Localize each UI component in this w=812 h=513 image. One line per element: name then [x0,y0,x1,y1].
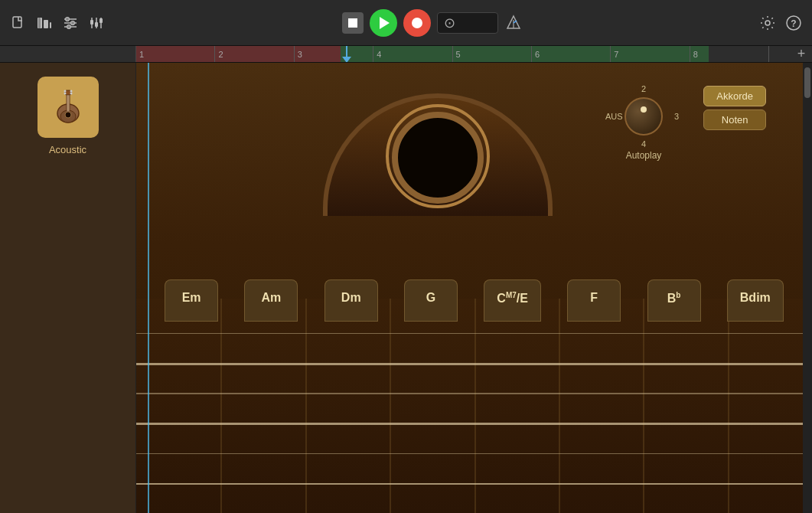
ruler-mark-6: 6 [532,46,611,62]
toolbar-right: ? [758,14,803,32]
svg-point-8 [66,17,70,21]
svg-point-9 [71,21,75,25]
toolbar-center: ⊙ [342,9,523,37]
svg-point-26 [65,112,71,118]
string-5 [136,453,812,455]
settings-icon[interactable] [758,14,777,32]
svg-point-30 [64,93,66,95]
svg-point-29 [64,90,66,93]
fret-line [643,299,644,513]
chord-em[interactable]: Em [165,279,218,322]
autoplay-knob-container: 2 3 4 AUS [613,86,674,147]
autoplay-label: Autoplay [626,150,662,161]
svg-point-32 [70,93,72,95]
svg-rect-16 [99,18,103,23]
main-area: Acoustic [0,63,812,513]
fret-line [305,299,307,513]
record-dot [412,18,422,28]
metronome-icon[interactable] [504,14,523,32]
svg-point-10 [67,25,71,28]
instrument-area: Em Am Dm G CM7/E F Bb Bdim 2 3 4 AUS [136,63,812,513]
fret-line [220,299,222,513]
ruler-mark-8: 8 [690,46,769,62]
svg-rect-0 [13,17,21,28]
svg-text:?: ? [791,18,796,29]
string-4 [136,423,812,425]
guitar-arch [323,93,553,216]
chord-buttons: Em Am Dm G CM7/E F Bb Bdim [136,279,812,322]
svg-point-31 [70,90,72,93]
svg-rect-2 [44,20,48,28]
chord-cm7e[interactable]: CM7/E [484,279,541,322]
transport-display: ⊙ [437,12,498,34]
guitar-icon [48,87,88,127]
chord-bdim[interactable]: Bdim [727,279,784,322]
track-name: Acoustic [49,144,86,155]
fret-line [559,299,560,513]
string-6 [136,483,812,485]
ruler-mark-3: 3 [295,46,373,62]
svg-rect-4 [38,18,41,28]
string-1 [136,333,812,335]
scrollbar-thumb[interactable] [804,67,810,98]
toolbar-left [9,14,106,32]
mixer-icon[interactable] [87,14,106,32]
autoplay-label-3: 3 [674,112,679,121]
smart-controls-icon[interactable] [61,14,80,32]
fretboard [136,299,812,513]
track-panel: Acoustic [0,63,136,513]
loop-browser-icon[interactable] [35,14,54,32]
autoplay-label-4: 4 [641,139,646,149]
autoplay-knob[interactable] [624,97,663,136]
akkorde-button[interactable]: Akkorde [703,86,766,106]
add-track-button[interactable]: + [791,46,812,62]
mode-buttons: Akkorde Noten [703,86,766,130]
chord-dm[interactable]: Dm [324,279,378,322]
help-icon[interactable]: ? [784,14,803,32]
noten-button[interactable]: Noten [703,109,766,130]
svg-point-21 [765,21,770,25]
ruler-mark-2: 2 [215,46,294,62]
record-button[interactable] [403,9,431,37]
ruler-mark-5: 5 [453,46,532,62]
autoplay-label-aus: AUS [605,112,623,121]
svg-rect-17 [348,18,357,28]
play-button[interactable] [370,9,397,37]
svg-rect-15 [95,22,98,27]
ruler-mark-1: 1 [136,46,215,62]
selection-border [148,63,149,513]
toolbar: ⊙ ? [0,0,812,46]
stop-button[interactable] [342,12,364,34]
autoplay-label-2: 2 [641,84,646,93]
cycle-icon[interactable]: ⊙ [444,15,455,31]
new-project-icon[interactable] [9,14,28,32]
chord-g[interactable]: G [404,279,458,322]
ruler[interactable]: 1 2 3 4 5 6 7 8 + [0,46,812,63]
ruler-mark-7: 7 [611,46,690,62]
autoplay-panel: 2 3 4 AUS Autoplay [613,86,674,161]
guitar-soundhole [392,112,484,204]
guitar-body-decoration [315,70,560,216]
track-thumbnail[interactable] [38,77,99,138]
playhead-triangle [342,57,351,63]
autoplay-knob-dot [641,106,647,113]
chord-f[interactable]: F [567,279,621,322]
fret-line [474,299,476,513]
chord-bb[interactable]: Bb [647,279,701,322]
svg-rect-14 [90,20,93,25]
svg-rect-27 [67,93,70,112]
string-2 [136,363,812,365]
fret-line [390,299,391,513]
string-3 [136,393,812,394]
svg-rect-3 [50,22,51,28]
ruler-mark-4: 4 [373,46,452,62]
fret-line [728,299,729,513]
chord-am[interactable]: Am [244,279,298,322]
